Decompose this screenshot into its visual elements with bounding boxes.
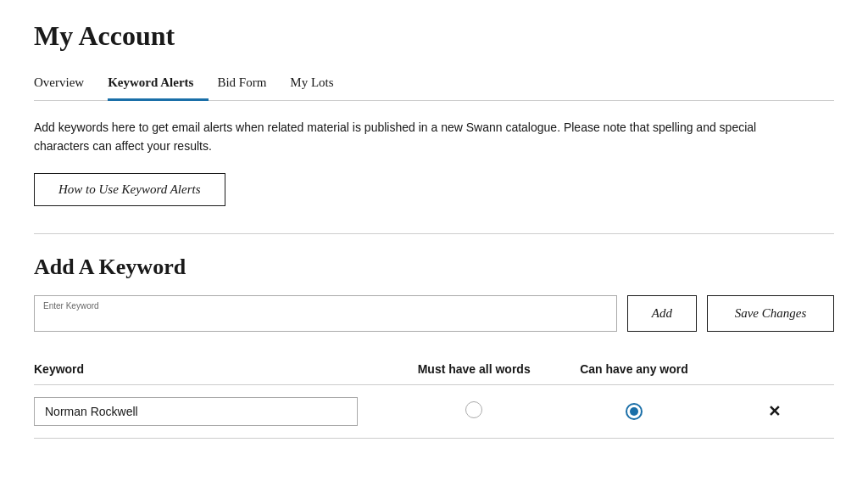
page-container: My Account Overview Keyword Alerts Bid F… <box>0 0 868 487</box>
tab-bid-form[interactable]: Bid Form <box>217 69 281 100</box>
page-title: My Account <box>34 20 834 52</box>
save-changes-button[interactable]: Save Changes <box>707 295 834 332</box>
tab-my-lots[interactable]: My Lots <box>290 69 348 100</box>
delete-cell: ✕ <box>714 384 834 438</box>
keyword-input-row: Enter Keyword Add Save Changes <box>34 295 834 332</box>
can-have-radio[interactable] <box>626 403 643 420</box>
tab-keyword-alerts[interactable]: Keyword Alerts <box>108 69 209 100</box>
must-have-radio[interactable] <box>465 401 482 418</box>
keyword-input-label: Enter Keyword <box>43 301 608 311</box>
keyword-cell <box>34 384 394 438</box>
how-to-button[interactable]: How to Use Keyword Alerts <box>34 173 225 206</box>
header-delete <box>714 355 834 385</box>
add-keyword-title: Add A Keyword <box>34 255 834 280</box>
description-text: Add keywords here to get email alerts wh… <box>34 118 797 156</box>
keyword-table: Keyword Must have all words Can have any… <box>34 355 834 439</box>
keyword-input-wrapper: Enter Keyword <box>34 295 617 332</box>
header-can-have: Can have any word <box>554 355 715 385</box>
table-header-row: Keyword Must have all words Can have any… <box>34 355 834 385</box>
table-row: ✕ <box>34 384 834 438</box>
header-keyword: Keyword <box>34 355 394 385</box>
header-must-have: Must have all words <box>394 355 554 385</box>
can-have-cell <box>554 384 715 438</box>
delete-keyword-button[interactable]: ✕ <box>761 402 787 421</box>
add-keyword-button[interactable]: Add <box>627 295 697 332</box>
section-divider <box>34 233 834 234</box>
must-have-cell <box>394 384 554 438</box>
tab-overview[interactable]: Overview <box>34 69 99 100</box>
keyword-value-input[interactable] <box>34 397 358 426</box>
tabs-bar: Overview Keyword Alerts Bid Form My Lots <box>34 69 834 101</box>
keyword-input[interactable] <box>43 312 608 326</box>
